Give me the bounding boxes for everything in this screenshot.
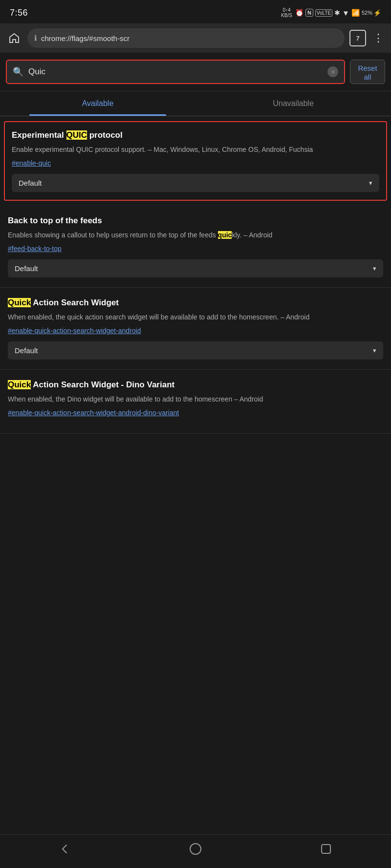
flag-dropdown-quic[interactable]: Default ▾ — [12, 174, 379, 192]
charging-icon: ⚡ — [373, 9, 381, 17]
tabs-container: Available Unavailable — [0, 91, 391, 116]
flag-desc-highlight-feeds: quic — [218, 231, 232, 239]
flags-list: Experimental QUIC protocol Enable experi… — [0, 121, 391, 434]
flag-desc-quic: Enable experimental QUIC protocol suppor… — [12, 145, 379, 155]
flag-dropdown-feeds[interactable]: Default ▾ — [8, 259, 383, 277]
recents-button[interactable] — [320, 843, 332, 858]
flag-title-prefix-quic: Experimental — [12, 130, 66, 140]
flag-title-suffix-dino: Action Search Widget - Dino Variant — [31, 380, 174, 389]
address-bar-text: chrome://flags/#smooth-scr — [41, 34, 338, 42]
flag-title-highlight-dino: Quick — [8, 380, 31, 389]
chevron-down-icon-feeds: ▾ — [373, 265, 376, 272]
search-box[interactable]: 🔍 ✕ — [6, 60, 345, 84]
data-speed-icon: 0↑4KB/S — [281, 7, 292, 18]
flag-item-quic: Experimental QUIC protocol Enable experi… — [4, 121, 387, 201]
flag-desc-suffix-feeds: kly. – Android — [232, 231, 272, 239]
tab-switcher-button[interactable]: 7 — [349, 30, 366, 46]
info-icon: ℹ — [34, 34, 37, 42]
home-button[interactable] — [6, 30, 22, 46]
reset-all-button[interactable]: Resetall — [350, 60, 385, 84]
battery-indicator: 52% ⚡ — [362, 9, 381, 17]
address-bar[interactable]: ℹ chrome://flags/#smooth-scr — [27, 28, 345, 48]
home-nav-button[interactable] — [189, 843, 202, 858]
status-time: 7:56 — [10, 8, 28, 18]
alarm-icon: ⏰ — [295, 9, 304, 17]
flag-dropdown-quick-action[interactable]: Default ▾ — [8, 341, 383, 360]
status-icons: 0↑4KB/S ⏰ N VoLTE ✱ ▼ 📶 52% ⚡ — [281, 7, 381, 18]
flag-desc-quick-action: When enabled, the quick action search wi… — [8, 312, 383, 322]
flag-item-quick-action: Quick Action Search Widget When enabled,… — [0, 288, 391, 370]
back-button[interactable] — [59, 843, 71, 858]
flag-desc-feeds: Enables showing a callout to help users … — [8, 230, 383, 240]
flag-title-quic: Experimental QUIC protocol — [12, 130, 379, 141]
tab-available[interactable]: Available — [0, 91, 196, 116]
flag-title-suffix-quick-action: Action Search Widget — [31, 298, 119, 307]
search-section: 🔍 ✕ Resetall — [0, 53, 391, 91]
flag-link-quic[interactable]: #enable-quic — [12, 159, 51, 167]
bluetooth-icon: ✱ — [334, 9, 340, 17]
search-clear-button[interactable]: ✕ — [327, 66, 338, 77]
flag-title-suffix-quic: protocol — [87, 130, 123, 140]
status-bar: 7:56 0↑4KB/S ⏰ N VoLTE ✱ ▼ 📶 52% ⚡ — [0, 0, 391, 23]
flag-item-quick-action-dino: Quick Action Search Widget - Dino Varian… — [0, 370, 391, 434]
chevron-down-icon-quic: ▾ — [369, 179, 372, 187]
wifi-icon: ▼ — [342, 9, 349, 17]
flag-title-quick-action-dino: Quick Action Search Widget - Dino Varian… — [8, 380, 383, 390]
flag-link-feeds[interactable]: #feed-back-to-top — [8, 245, 62, 253]
flag-title-feeds: Back to top of the feeds — [8, 215, 383, 226]
browser-chrome: ℹ chrome://flags/#smooth-scr 7 ⋮ — [0, 23, 391, 53]
signal-icon: 📶 — [351, 9, 360, 17]
flag-desc-prefix-feeds: Enables showing a callout to help users … — [8, 231, 218, 239]
tab-unavailable[interactable]: Unavailable — [196, 91, 391, 116]
more-options-button[interactable]: ⋮ — [371, 30, 385, 46]
nfc-icon: N — [305, 9, 313, 17]
flag-title-highlight-quick-action: Quick — [8, 298, 31, 307]
flag-item-feeds: Back to top of the feeds Enables showing… — [0, 206, 391, 288]
flag-title-quick-action: Quick Action Search Widget — [8, 297, 383, 308]
chevron-down-icon-quick-action: ▾ — [373, 347, 376, 354]
svg-rect-1 — [322, 845, 330, 853]
search-icon: 🔍 — [13, 66, 23, 77]
nav-bar — [0, 834, 391, 868]
search-input[interactable] — [28, 67, 323, 77]
flag-link-dino[interactable]: #enable-quick-action-search-widget-andro… — [8, 409, 179, 417]
svg-point-0 — [190, 844, 201, 854]
volte-icon: VoLTE — [315, 9, 332, 17]
flag-link-quick-action[interactable]: #enable-quick-action-search-widget-andro… — [8, 327, 141, 335]
flag-desc-dino: When enabled, the Dino widget will be av… — [8, 394, 383, 404]
flag-title-highlight-quic: QUIC — [66, 130, 87, 140]
